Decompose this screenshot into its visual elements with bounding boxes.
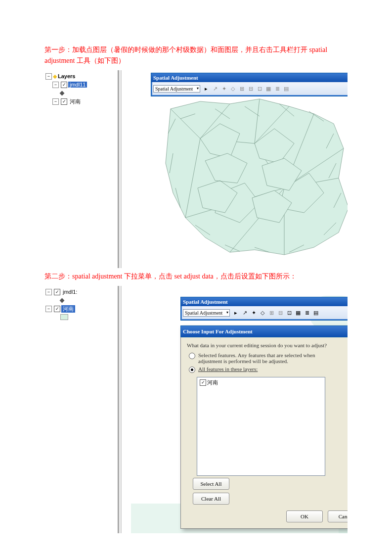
- list-item[interactable]: ✓ 河南: [199, 379, 323, 386]
- step1-text: 第一步：加载点图层（暑假的时候做的那个村级数据）和面图层，并且右击工具栏打开 s…: [44, 45, 348, 66]
- option-text: Selected features. Any features that are…: [198, 352, 348, 364]
- clear-all-button[interactable]: Clear All: [193, 493, 229, 505]
- toc-panel: − ✓ jmdl1: − ✓ 河南: [44, 286, 131, 533]
- toc-root[interactable]: − ◆ Layers: [45, 72, 117, 80]
- tool-icon[interactable]: ⊞: [238, 85, 246, 92]
- layer-label[interactable]: jmdl1:: [61, 289, 79, 295]
- dialog-title: Choose Input For Adjustment: [183, 328, 253, 334]
- dialog-body: What data in your current editing sessio…: [180, 337, 348, 529]
- step2-text: 第二步：spatial adjustment 下拉菜单，点击 set adjus…: [44, 271, 348, 282]
- layers-icon: ◆: [53, 73, 57, 80]
- layer-label[interactable]: 河南: [61, 305, 75, 313]
- map-svg: [131, 79, 348, 267]
- collapse-icon[interactable]: −: [45, 306, 52, 312]
- select-all-button[interactable]: Select All: [193, 478, 229, 490]
- tool-icon[interactable]: ◇: [259, 309, 266, 317]
- map-canvas[interactable]: Spatial Adjustment × Spatial Adjustment …: [131, 70, 348, 268]
- ok-button[interactable]: OK: [286, 510, 323, 522]
- toolbar-titlebar[interactable]: Spatial Adjustment: [181, 297, 348, 306]
- checkbox-icon[interactable]: ✓: [61, 98, 67, 105]
- radio-icon[interactable]: [189, 367, 195, 373]
- layers-label: Layers: [58, 73, 75, 79]
- pointer-icon[interactable]: ▸: [202, 85, 210, 92]
- spatial-adjustment-toolbar[interactable]: Spatial Adjustment × Spatial Adjustment …: [151, 73, 348, 96]
- tool-icon[interactable]: ⊞: [267, 309, 275, 317]
- figure-1: − ◆ Layers − ✓ jmdl11 − ✓ 河南: [44, 70, 348, 268]
- map-canvas[interactable]: Spatial Adjustment Spatial Adjustment ▸ …: [131, 286, 348, 533]
- choose-input-dialog: Choose Input For Adjustment ? × What dat…: [180, 325, 348, 529]
- collapse-icon[interactable]: −: [45, 289, 52, 295]
- spatial-adjustment-dropdown[interactable]: Spatial Adjustment: [153, 85, 200, 92]
- tool-icon[interactable]: ⊡: [285, 309, 293, 317]
- tool-icon[interactable]: ⊟: [247, 85, 255, 92]
- tool-icon[interactable]: ◇: [229, 85, 237, 92]
- collapse-icon[interactable]: −: [52, 98, 59, 105]
- tool-icon[interactable]: ✦: [250, 309, 258, 317]
- dialog-titlebar[interactable]: Choose Input For Adjustment ? ×: [180, 325, 348, 337]
- layers-listbox[interactable]: ✓ 河南: [197, 377, 325, 476]
- collapse-icon[interactable]: −: [45, 73, 52, 80]
- tool-icon[interactable]: ≣: [273, 85, 281, 92]
- toc-layer-2[interactable]: − ✓ 河南: [45, 305, 117, 313]
- option-selected-features[interactable]: Selected features. Any features that are…: [187, 352, 348, 364]
- layer-label[interactable]: 河南: [68, 98, 82, 105]
- tool-icon[interactable]: ↗: [211, 85, 219, 92]
- tool-icon[interactable]: ↗: [241, 309, 249, 317]
- tool-icon[interactable]: ✦: [220, 85, 228, 92]
- tool-icon[interactable]: ⊡: [256, 85, 263, 92]
- checkbox-icon[interactable]: ✓: [200, 379, 206, 386]
- checkbox-icon[interactable]: ✓: [61, 82, 67, 88]
- splitter[interactable]: [119, 286, 122, 533]
- polygon-symbol-icon: [60, 314, 68, 320]
- tool-icon[interactable]: ▤: [282, 85, 290, 92]
- toc-panel: − ◆ Layers − ✓ jmdl11 − ✓ 河南: [44, 70, 131, 268]
- radio-icon[interactable]: [189, 353, 195, 359]
- spatial-adjustment-dropdown[interactable]: Spatial Adjustment: [183, 309, 230, 317]
- splitter[interactable]: [119, 70, 122, 268]
- tool-icon[interactable]: ▤: [312, 309, 320, 317]
- option-text: All features in these layers:: [198, 366, 348, 372]
- tool-icon[interactable]: ▦: [264, 85, 272, 92]
- checkbox-icon[interactable]: ✓: [54, 289, 60, 295]
- cancel-button[interactable]: Cancel: [328, 510, 348, 522]
- pointer-icon[interactable]: ▸: [232, 309, 240, 317]
- tool-icon[interactable]: ≣: [303, 309, 311, 317]
- toolbar-icons: ▸ ↗ ✦ ◇ ⊞ ⊟ ⊡ ▦ ≣ ▤: [232, 309, 320, 317]
- figure-2: − ✓ jmdl1: − ✓ 河南 Spatial Adjustment Spa…: [44, 286, 348, 533]
- point-symbol-icon: [60, 91, 65, 95]
- toc-layer-1[interactable]: − ✓ jmdl1:: [45, 288, 117, 296]
- spatial-adjustment-toolbar[interactable]: Spatial Adjustment Spatial Adjustment ▸ …: [180, 297, 348, 321]
- checkbox-icon[interactable]: ✓: [54, 306, 60, 312]
- dialog-question: What data in your current editing sessio…: [187, 342, 348, 348]
- list-item-label: 河南: [207, 379, 218, 386]
- toc-layer-1[interactable]: − ✓ jmdl11: [45, 81, 117, 89]
- toolbar-titlebar[interactable]: Spatial Adjustment ×: [151, 73, 348, 82]
- tool-icon[interactable]: ⊟: [276, 309, 284, 317]
- toolbar-icons: ▸ ↗ ✦ ◇ ⊞ ⊟ ⊡ ▦ ≣ ▤: [202, 85, 290, 92]
- tool-icon[interactable]: ▦: [294, 309, 302, 317]
- layer-label[interactable]: jmdl11: [68, 82, 87, 88]
- toolbar-title: Spatial Adjustment: [183, 299, 228, 305]
- toolbar-title: Spatial Adjustment: [153, 75, 198, 81]
- collapse-icon[interactable]: −: [52, 82, 59, 88]
- toc-layer-2[interactable]: − ✓ 河南: [45, 97, 117, 105]
- option-all-features[interactable]: All features in these layers:: [187, 366, 348, 373]
- point-symbol-icon: [60, 298, 65, 303]
